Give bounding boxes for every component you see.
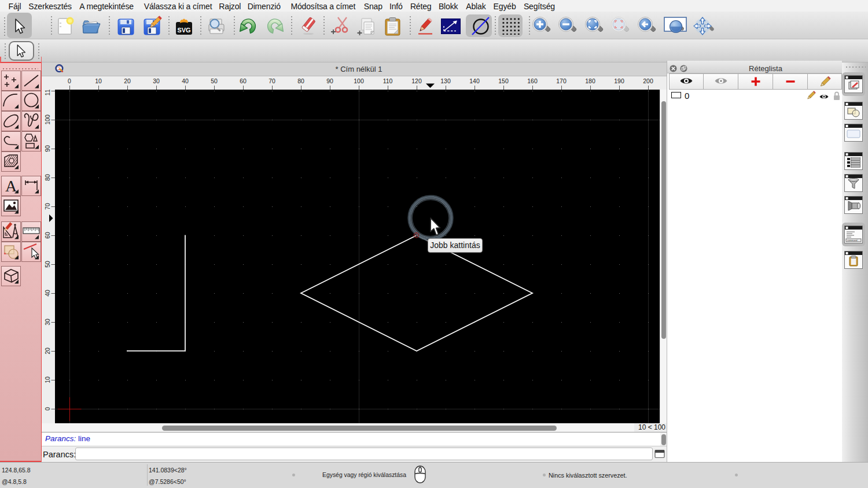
svg-text:80: 80: [44, 174, 51, 181]
svg-text:110: 110: [383, 77, 393, 84]
svg-text:100: 100: [44, 114, 51, 125]
svg-text:70: 70: [44, 203, 51, 210]
svg-text:140: 140: [469, 77, 480, 84]
svg-text:SVG: SVG: [177, 27, 190, 34]
svg-text:130: 130: [440, 77, 451, 84]
svg-text:command: command: [847, 239, 858, 242]
svg-text:190: 190: [614, 77, 624, 84]
svg-text:30: 30: [44, 319, 51, 326]
svg-text:160: 160: [527, 77, 538, 84]
svg-text:60: 60: [44, 232, 51, 239]
svg-text:50: 50: [211, 77, 218, 84]
svg-text:30: 30: [153, 77, 160, 84]
svg-text:60: 60: [240, 77, 247, 84]
svg-text:40: 40: [182, 77, 189, 84]
svg-text:0: 0: [68, 77, 71, 84]
svg-text:0: 0: [44, 407, 51, 411]
svg-text:70: 70: [269, 77, 275, 84]
svg-text:10: 10: [44, 376, 51, 383]
svg-text:90: 90: [326, 77, 333, 84]
svg-text:90: 90: [44, 145, 51, 152]
svg-text:80: 80: [297, 77, 304, 84]
svg-text:170: 170: [556, 77, 567, 84]
svg-text:40: 40: [44, 290, 51, 297]
svg-text:20: 20: [124, 77, 131, 84]
svg-text:A: A: [5, 177, 17, 195]
svg-text:20: 20: [44, 347, 51, 354]
svg-text:50: 50: [44, 261, 51, 268]
svg-text:150: 150: [498, 77, 509, 84]
svg-text:180: 180: [585, 77, 595, 84]
svg-text:10: 10: [95, 77, 102, 84]
svg-text:100: 100: [354, 77, 364, 84]
svg-text:200: 200: [643, 77, 653, 84]
svg-text:120: 120: [411, 77, 422, 84]
svg-text:110: 110: [44, 90, 51, 95]
